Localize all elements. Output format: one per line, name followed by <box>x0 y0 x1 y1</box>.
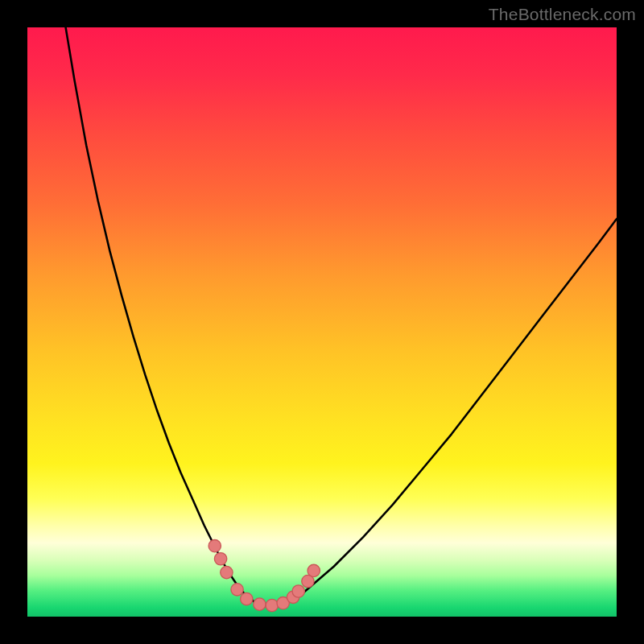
marker-point <box>266 599 278 611</box>
marker-point <box>231 584 243 596</box>
plot-area <box>27 27 617 617</box>
marker-point <box>308 564 320 576</box>
watermark-text: TheBottleneck.com <box>489 5 636 24</box>
bottleneck-curve <box>66 27 617 607</box>
chart-stage: TheBottleneck.com <box>0 0 644 644</box>
curve-layer <box>27 27 617 617</box>
marker-point <box>241 592 253 605</box>
marker-point <box>292 585 304 597</box>
marker-point <box>208 539 221 551</box>
marker-point <box>254 598 266 610</box>
marker-point <box>214 553 226 565</box>
marker-group <box>208 539 320 611</box>
marker-point <box>221 566 233 578</box>
